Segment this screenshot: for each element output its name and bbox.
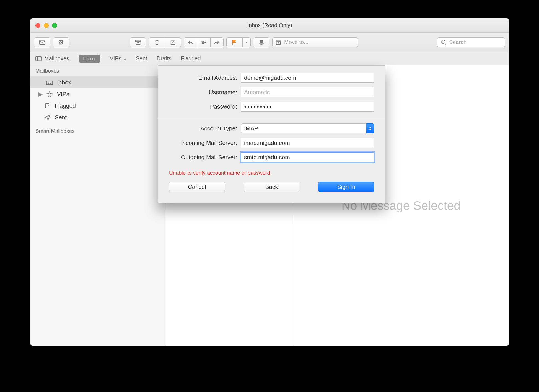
back-button[interactable]: Back [244,182,300,192]
move-to-placeholder: Move to... [284,39,309,45]
bell-icon [258,39,265,45]
junk-icon [170,39,176,45]
username-label: Username: [169,89,241,96]
sign-in-button[interactable]: Sign In [318,182,374,192]
close-window-button[interactable] [35,23,40,28]
get-mail-button[interactable] [34,37,50,47]
archive-button[interactable] [130,37,146,47]
svg-rect-8 [36,56,41,61]
reply-button[interactable] [184,37,197,47]
flag-icon [231,39,237,45]
chevron-down-icon: ▾ [246,40,248,45]
junk-button[interactable] [165,37,181,47]
titlebar: Inbox (Read Only) [30,18,509,33]
move-to-field[interactable]: Move to... [272,37,358,47]
sidebar-panel-icon [35,56,42,62]
sidebar-item-label: Sent [55,114,67,121]
account-type-value: IMAP [244,125,258,132]
password-label: Password: [169,103,241,110]
account-type-select[interactable]: IMAP [241,123,374,133]
sidebar-heading-smart: Smart Mailboxes [30,123,166,136]
error-message: Unable to verify account name or passwor… [169,167,374,180]
paper-plane-icon [44,114,51,120]
forward-button[interactable] [210,37,224,47]
notifications-button[interactable] [253,37,270,47]
forward-icon [214,39,220,45]
fav-vips[interactable]: VIPs ⌄ [110,55,126,62]
sidebar: Mailboxes ▶ Inbox ▶ VIPs [30,65,166,346]
chevron-down-icon: ⌄ [123,56,126,61]
fav-inbox-pill[interactable]: Inbox [79,55,100,63]
fav-drafts[interactable]: Drafts [157,55,171,62]
email-label: Email Address: [169,74,241,81]
flag-menu-button[interactable]: ▾ [242,37,251,47]
compose-icon [58,39,64,45]
mailboxes-toggle[interactable]: Mailboxes [35,55,69,62]
account-type-label: Account Type: [169,125,241,132]
outgoing-server-input[interactable] [241,152,374,162]
password-input[interactable] [241,102,374,112]
inbox-icon [46,79,53,86]
window-title: Inbox (Read Only) [30,22,509,29]
reply-icon [187,39,193,45]
reply-all-button[interactable] [197,37,210,47]
toolbar: ▾ Move to... Search [30,33,509,52]
fav-flagged[interactable]: Flagged [181,55,201,62]
sidebar-item-vips[interactable]: ▶ VIPs [30,88,166,100]
fav-vips-label: VIPs [110,55,121,62]
sidebar-item-label: Flagged [55,102,76,109]
disclosure-caret[interactable]: ▶ [38,91,42,97]
trash-icon [154,39,160,45]
search-icon [441,39,447,45]
search-field[interactable]: Search [437,37,505,47]
svg-rect-3 [136,42,140,44]
fav-sent[interactable]: Sent [136,55,147,62]
flag-button[interactable] [226,37,242,47]
compose-button[interactable] [53,37,69,47]
mailboxes-toggle-label: Mailboxes [44,55,69,62]
archive-icon [135,39,141,45]
email-input[interactable] [241,73,374,83]
flag-outline-icon [44,103,51,109]
mail-window: Inbox (Read Only) [30,18,509,346]
delete-button[interactable] [149,37,165,47]
svg-point-7 [442,40,445,43]
svg-rect-0 [39,40,45,44]
search-placeholder: Search [449,39,467,45]
incoming-server-input[interactable] [241,138,374,148]
sidebar-item-flagged[interactable]: Flagged [30,100,166,112]
sidebar-item-inbox[interactable]: ▶ Inbox [30,77,166,88]
outgoing-server-label: Outgoing Mail Server: [169,154,241,161]
star-icon [46,91,53,97]
username-input[interactable] [241,87,374,97]
move-to-icon [275,39,281,45]
sidebar-item-label: VIPs [57,91,69,97]
envelope-icon [39,39,45,45]
sidebar-heading-mailboxes: Mailboxes [30,65,166,77]
account-setup-sheet: Email Address: Username: Password: Accou… [158,65,385,203]
zoom-window-button[interactable] [52,23,57,28]
cancel-button[interactable]: Cancel [169,182,225,192]
sidebar-item-sent[interactable]: Sent [30,112,166,123]
incoming-server-label: Incoming Mail Server: [169,140,241,146]
favorites-bar: Mailboxes Inbox VIPs ⌄ Sent Drafts Flagg… [30,52,509,65]
minimize-window-button[interactable] [44,23,49,28]
select-stepper-icon [366,123,374,133]
sidebar-item-label: Inbox [57,79,71,86]
reply-all-icon [201,39,207,45]
